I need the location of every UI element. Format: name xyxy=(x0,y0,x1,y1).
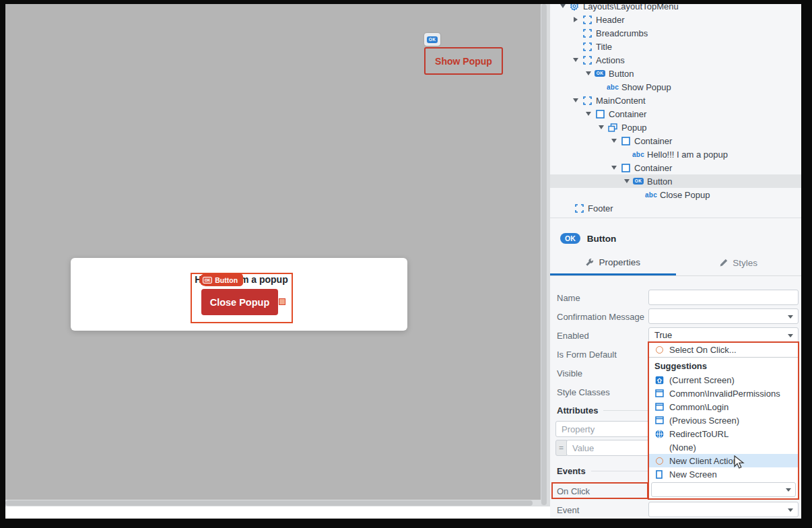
on-click-select[interactable] xyxy=(651,482,796,497)
tree-item-maincontent[interactable]: MainContent xyxy=(550,94,801,107)
expand-arrow-icon[interactable] xyxy=(584,110,593,118)
expand-arrow-icon[interactable] xyxy=(623,177,631,185)
dropdown-item-invalid-permissions[interactable]: Common\InvalidPermissions xyxy=(649,387,798,400)
expand-arrow-icon[interactable] xyxy=(597,123,605,131)
popup-dialog: Hello!!! I am a popup OK Button Close Po… xyxy=(71,258,407,331)
divider xyxy=(550,218,801,218)
tab-properties[interactable]: Properties xyxy=(550,251,676,275)
field-label-visible: Visible xyxy=(557,368,582,378)
container-icon xyxy=(619,137,632,145)
divider xyxy=(649,357,798,358)
tree-item-container[interactable]: Container xyxy=(550,107,801,121)
screen-icon xyxy=(654,389,664,397)
inspector-header: OK Button xyxy=(550,226,801,251)
placeholder-icon xyxy=(581,29,593,38)
equals-sign: = xyxy=(555,440,567,456)
field-label-on-click: On Click xyxy=(557,486,590,496)
on-click-dropdown: Select On Click... Suggestions (Current … xyxy=(648,341,799,500)
field-label-style-classes: Style Classes xyxy=(557,387,610,397)
horizontal-scrollbar-thumb[interactable] xyxy=(5,500,533,506)
inspector-panel: Layouts\LayoutTopMenu Header Breadcrumbs xyxy=(550,4,801,519)
resize-handle[interactable] xyxy=(279,298,285,305)
tree-item-footer[interactable]: Footer xyxy=(550,201,801,215)
suggestions-header: Suggestions xyxy=(649,358,798,373)
expand-arrow-icon[interactable] xyxy=(572,96,580,104)
status-strip xyxy=(5,506,550,519)
enabled-select[interactable]: True xyxy=(648,327,799,343)
design-canvas[interactable]: OK Show Popup Hello!!! I am a popup OK B… xyxy=(5,4,541,506)
inspector-tabs: Properties Styles xyxy=(550,251,801,276)
dropdown-item-current-screen[interactable]: (Current Screen) xyxy=(649,373,798,387)
placeholder-icon xyxy=(581,96,593,105)
show-popup-button[interactable]: Show Popup xyxy=(424,47,503,75)
expand-arrow-icon[interactable] xyxy=(610,137,618,145)
expand-arrow-icon[interactable] xyxy=(572,56,580,64)
field-label-is-form-default: Is Form Default xyxy=(557,350,617,360)
ok-button-icon: OK xyxy=(594,70,606,77)
tree-item-container[interactable]: Container xyxy=(550,134,801,147)
confirmation-message-select[interactable] xyxy=(648,308,799,324)
new-screen-icon xyxy=(654,470,664,479)
dropdown-item-none[interactable]: (None) xyxy=(649,440,798,454)
tree-item-button[interactable]: OK Button xyxy=(550,67,801,80)
tree-item-header[interactable]: Header xyxy=(550,13,801,26)
dropdown-item-select-on-click[interactable]: Select On Click... xyxy=(649,343,798,356)
field-label-enabled: Enabled xyxy=(557,331,589,341)
dropdown-item-login[interactable]: Common\Login xyxy=(649,400,798,414)
dropdown-item-previous-screen[interactable]: (Previous Screen) xyxy=(649,414,798,427)
tree-item-breadcrumbs[interactable]: Breadcrumbs xyxy=(550,26,801,40)
ok-button-icon: OK xyxy=(427,36,438,43)
tree-item-title[interactable]: Title xyxy=(550,40,801,53)
tree-item-actions[interactable]: Actions xyxy=(550,53,801,67)
text-icon: abc xyxy=(645,191,657,199)
vertical-scrollbar[interactable] xyxy=(541,4,550,506)
expand-arrow-icon[interactable] xyxy=(584,69,593,77)
placeholder-icon xyxy=(581,42,593,51)
tree-item-button-selected[interactable]: OK Button xyxy=(550,174,801,188)
tree-item-show-popup-text[interactable]: abc Show Popup xyxy=(550,80,801,94)
text-icon: abc xyxy=(632,151,644,158)
horizontal-scrollbar[interactable] xyxy=(5,500,541,506)
tree-item-close-popup-text[interactable]: abc Close Popup xyxy=(550,188,801,201)
globe-icon xyxy=(654,430,664,438)
wrench-icon xyxy=(585,258,594,267)
widget-tree: Layouts\LayoutTopMenu Header Breadcrumbs xyxy=(550,4,801,215)
field-label-event: Event xyxy=(557,505,579,515)
field-label-name: Name xyxy=(557,293,580,303)
close-popup-button[interactable]: Close Popup xyxy=(201,289,278,315)
ok-button-icon: OK xyxy=(560,233,580,244)
dropdown-item-new-client-action[interactable]: New Client Action xyxy=(649,454,798,467)
button-widget-badge: OK xyxy=(424,33,440,46)
event-select[interactable] xyxy=(648,502,799,517)
ok-button-icon: OK xyxy=(632,178,644,185)
dropdown-item-redirect-to-url[interactable]: RedirectToURL xyxy=(649,427,798,440)
placeholder-icon xyxy=(581,15,593,24)
tree-item-container[interactable]: Container xyxy=(550,161,801,174)
selected-widget-badge: OK Button xyxy=(199,273,243,286)
container-icon xyxy=(594,110,606,119)
tree-item-popup[interactable]: Popup xyxy=(550,121,801,134)
expand-arrow-icon[interactable] xyxy=(559,4,567,10)
app-window: OK Show Popup Hello!!! I am a popup OK B… xyxy=(5,4,801,519)
ok-button-icon: OK xyxy=(203,277,212,284)
inspector-title: Button xyxy=(587,234,616,244)
tab-styles[interactable]: Styles xyxy=(676,251,802,275)
name-input[interactable] xyxy=(648,290,799,305)
placeholder-icon xyxy=(581,56,593,65)
vertical-scrollbar-thumb[interactable] xyxy=(541,4,547,505)
tree-item-layout[interactable]: Layouts\LayoutTopMenu xyxy=(550,4,801,13)
expand-arrow-icon[interactable] xyxy=(572,15,580,24)
tree-item-hello-text[interactable]: abc Hello!!! I am a popup xyxy=(550,147,801,161)
badge-label: Button xyxy=(215,276,238,284)
screen-icon xyxy=(654,416,664,424)
expand-arrow-icon[interactable] xyxy=(610,164,618,172)
placeholder-icon xyxy=(573,204,585,213)
popup-icon xyxy=(607,123,619,132)
pencil-icon xyxy=(719,259,728,267)
text-icon: abc xyxy=(607,84,619,91)
screen-icon xyxy=(654,403,664,411)
action-circle-icon xyxy=(654,346,664,354)
block-icon xyxy=(568,4,580,11)
dropdown-item-new-screen[interactable]: New Screen xyxy=(649,467,798,481)
home-screen-icon xyxy=(654,376,664,385)
